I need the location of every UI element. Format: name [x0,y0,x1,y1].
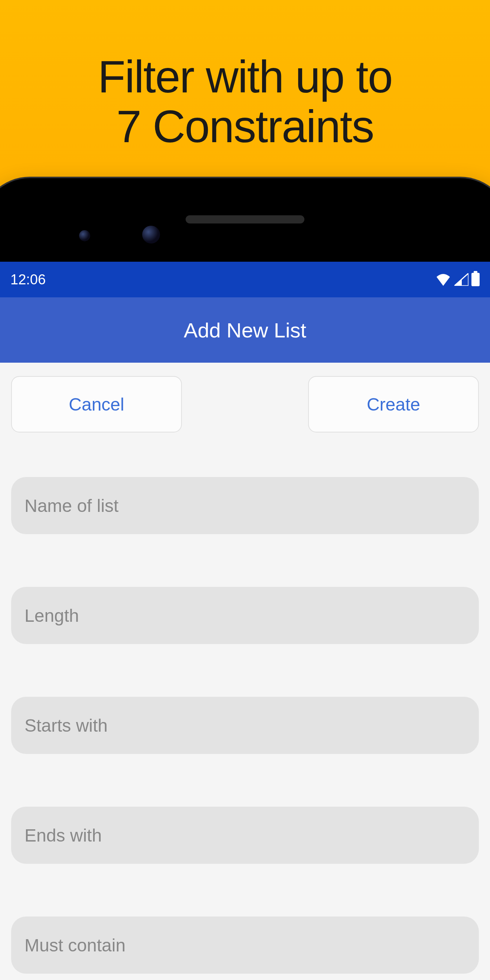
name-of-list-placeholder: Name of list [24,496,118,516]
length-input[interactable]: Length [11,587,479,644]
phone-front-camera [142,226,160,243]
create-button[interactable]: Create [308,376,479,433]
phone-camera-sensor [79,230,90,241]
starts-with-input[interactable]: Starts with [11,697,479,754]
signal-icon [454,273,468,286]
status-time: 12:06 [10,272,46,288]
create-button-label: Create [367,394,420,415]
phone-mockup: 12:06 Add New List [0,178,490,980]
must-contain-placeholder: Must contain [24,935,126,956]
app-header: Add New List [0,298,490,363]
status-icons [435,273,480,286]
starts-with-placeholder: Starts with [24,715,108,736]
action-button-row: Cancel Create [0,363,490,433]
phone-bezel-top [0,193,490,262]
promo-headline: Filter with up to 7 Constraints [0,0,490,151]
promo-line-1: Filter with up to [0,52,490,102]
phone-speaker [186,215,304,223]
phone-frame: 12:06 Add New List [0,178,490,980]
must-contain-input[interactable]: Must contain [11,916,479,974]
battery-icon [471,273,480,286]
page-title: Add New List [184,318,306,342]
ends-with-placeholder: Ends with [24,825,102,846]
name-of-list-input[interactable]: Name of list [11,477,479,534]
promo-line-2: 7 Constraints [0,102,490,151]
wifi-icon [435,273,452,286]
form-fields: Name of list Length Starts with Ends wit… [0,433,490,980]
phone-screen: 12:06 Add New List [0,262,490,980]
status-bar: 12:06 [0,262,490,298]
length-placeholder: Length [24,605,79,626]
cancel-button-label: Cancel [69,394,124,415]
cancel-button[interactable]: Cancel [11,376,182,433]
ends-with-input[interactable]: Ends with [11,807,479,864]
